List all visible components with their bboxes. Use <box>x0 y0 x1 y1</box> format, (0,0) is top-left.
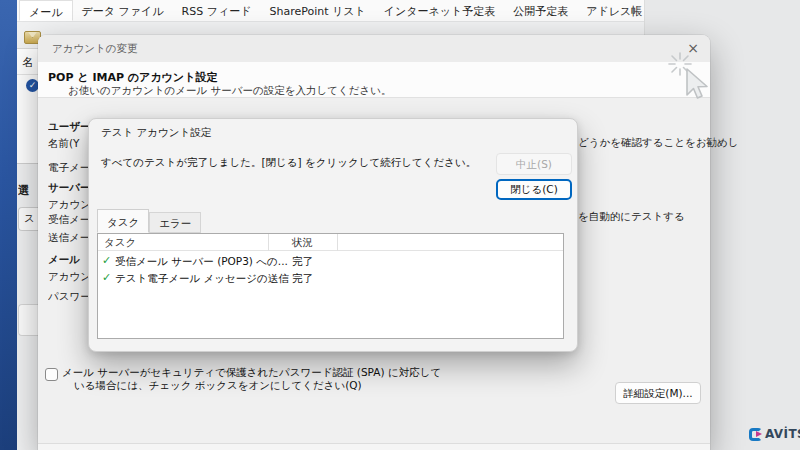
test-account-settings-dialog: テスト アカウント設定 すべてのテストが完了しました。[閉じる] をクリックして… <box>88 118 578 352</box>
tab-mail[interactable]: メール <box>19 0 73 21</box>
pop-imap-heading: POP と IMAP のアカウント設定 <box>48 70 217 85</box>
pop-imap-subheading: お使いのアカウントのメール サーバーの設定を入力してください。 <box>68 84 392 98</box>
tab-internet-calendars[interactable]: インターネット予定表 <box>375 0 505 21</box>
change-account-title: アカウントの変更 <box>52 42 137 56</box>
close-button[interactable]: 閉じる(C) <box>496 179 572 200</box>
task-cell: テスト電子メール メッセージの送信 <box>115 272 289 286</box>
spa-checkbox-label-line2: いる場合には、チェック ボックスをオンにしてください(Q) <box>74 379 362 393</box>
test-dialog-tabs: タスク エラー <box>97 209 201 233</box>
desktop-background <box>0 0 17 450</box>
status-cell: 完了 <box>292 255 313 269</box>
tab-errors[interactable]: エラー <box>149 212 201 233</box>
success-check-icon: ✓ <box>102 254 111 267</box>
column-separator <box>337 234 338 251</box>
dialog-footer-strip <box>38 443 710 450</box>
avits-logo-text: AVİTS <box>765 427 800 441</box>
status-cell: 完了 <box>292 272 313 286</box>
col-status-header: 状況 <box>292 236 313 250</box>
task-row[interactable]: ✓ 受信メール サーバー (POP3) への... 完了 <box>98 253 563 270</box>
col-task-header: タスク <box>104 236 136 250</box>
test-dialog-title: テスト アカウント設定 <box>101 126 211 140</box>
selected-account-label-partial: 選 <box>18 183 38 198</box>
pop-imap-header: POP と IMAP のアカウント設定 お使いのアカウントのメール サーバーの設… <box>38 62 710 98</box>
advanced-settings-button[interactable]: 詳細設定(M)... <box>615 382 701 404</box>
test-complete-message: すべてのテストが完了しました。[閉じる] をクリックして続行してください。 <box>101 156 476 170</box>
column-separator <box>268 234 269 251</box>
tab-rss-feeds[interactable]: RSS フィード <box>173 0 261 21</box>
background-button-partial[interactable]: ス <box>18 207 38 231</box>
avits-logo-icon <box>749 428 762 441</box>
tab-published-calendars[interactable]: 公開予定表 <box>504 0 577 21</box>
stop-button[interactable]: 中止(S) <box>496 153 572 175</box>
account-settings-tab-bar: メール データ ファイル RSS フィード SharePoint リスト インタ… <box>17 0 644 22</box>
screen: メール データ ファイル RSS フィード SharePoint リスト インタ… <box>0 0 800 450</box>
task-table: タスク 状況 ✓ 受信メール サーバー (POP3) への... 完了 ✓ テス… <box>97 233 564 339</box>
tab-data-files[interactable]: データ ファイル <box>73 0 173 21</box>
account-list-name-header: 名 <box>22 55 33 70</box>
spa-checkbox[interactable] <box>45 368 58 381</box>
task-row[interactable]: ✓ テスト電子メール メッセージの送信 完了 <box>98 270 563 287</box>
autotest-text-partial: を自動的にテストする <box>578 210 685 224</box>
list-header-divider <box>17 74 38 75</box>
tab-tasks[interactable]: タスク <box>97 209 149 233</box>
task-cell: 受信メール サーバー (POP3) への... <box>115 255 288 269</box>
change-account-titlebar: アカウントの変更 × <box>38 35 710 62</box>
background-panel-sliver <box>18 304 38 336</box>
tab-address-books[interactable]: アドレス帳 <box>577 0 651 21</box>
busy-cursor-icon <box>666 51 714 107</box>
avits-watermark: AVİTS <box>749 427 800 441</box>
tab-sharepoint-lists[interactable]: SharePoint リスト <box>260 0 374 21</box>
success-check-icon: ✓ <box>102 271 111 284</box>
account-list-panel: 名 ✓ <box>17 48 38 164</box>
task-table-header: タスク 状況 <box>98 234 563 251</box>
spa-checkbox-label-line1: メール サーバーがセキュリティで保護されたパスワード認証 (SPA) に対応して <box>62 366 441 380</box>
recommend-text-partial: どうかを確認することをお勧めし <box>578 136 738 150</box>
